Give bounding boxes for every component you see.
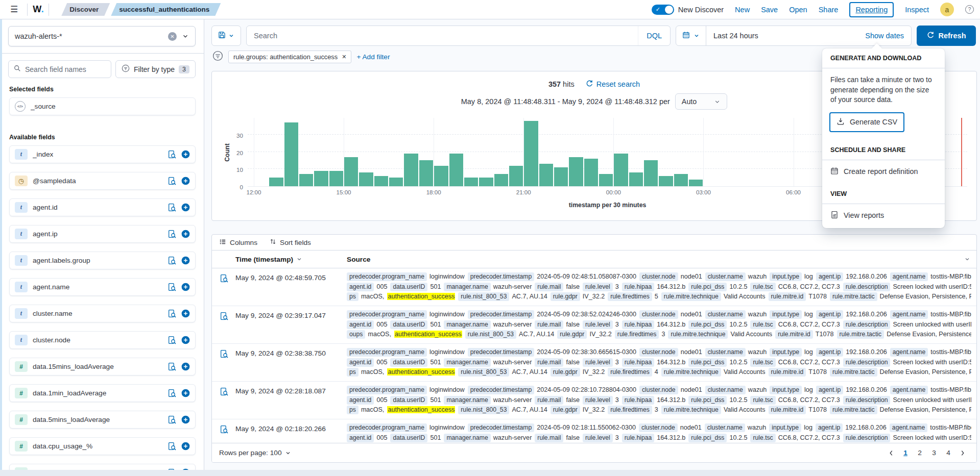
page-button-3[interactable]: 3 xyxy=(927,446,941,460)
histogram-bar[interactable] xyxy=(464,178,478,186)
histogram-bar[interactable] xyxy=(554,167,568,186)
add-field-icon[interactable] xyxy=(181,283,190,291)
histogram-bar[interactable] xyxy=(404,154,418,186)
quick-select-button[interactable] xyxy=(676,26,706,45)
field-item-agent.labels.group[interactable]: tagent.labels.group xyxy=(9,252,196,269)
inspect-field-icon[interactable] xyxy=(168,203,176,212)
add-field-icon[interactable] xyxy=(181,203,190,212)
field-item-_source[interactable]: </>_source xyxy=(9,97,196,115)
add-filter-link[interactable]: + Add filter xyxy=(356,53,390,61)
page-button-1[interactable]: 1 xyxy=(899,446,912,460)
add-field-icon[interactable] xyxy=(181,442,190,450)
table-row[interactable]: May 9, 2024 @ 02:38:38.750predecoder.pro… xyxy=(212,344,976,382)
help-icon[interactable]: ? xyxy=(965,5,974,14)
histogram-bar[interactable] xyxy=(374,176,388,186)
add-field-icon[interactable] xyxy=(181,309,190,318)
clear-icon[interactable]: ✕ xyxy=(168,32,177,41)
tab-discover[interactable]: Discover xyxy=(61,3,110,16)
add-field-icon[interactable] xyxy=(181,230,190,238)
histogram-bar[interactable] xyxy=(434,166,448,187)
histogram-bar[interactable] xyxy=(314,171,328,186)
query-language-button[interactable]: DQL xyxy=(638,26,670,45)
inspect-field-icon[interactable] xyxy=(168,389,176,397)
next-page-icon[interactable] xyxy=(956,446,969,460)
filter-menu-icon[interactable] xyxy=(212,51,223,63)
table-row[interactable]: May 9, 2024 @ 02:39:17.047predecoder.pro… xyxy=(212,306,976,344)
field-search-input[interactable]: Search field names xyxy=(8,60,111,78)
sort-fields-button[interactable]: Sort fields xyxy=(270,238,311,246)
table-row[interactable]: May 9, 2024 @ 02:48:59.705predecoder.pro… xyxy=(212,268,976,306)
histogram-bar[interactable] xyxy=(479,178,493,186)
histogram-bar[interactable] xyxy=(509,166,523,187)
field-item-data.cpu_usage_%[interactable]: #data.cpu_usage_% xyxy=(9,437,196,455)
inspect-field-icon[interactable] xyxy=(168,177,176,185)
expand-document-icon[interactable] xyxy=(212,382,235,396)
histogram-bar[interactable] xyxy=(524,121,538,186)
nav-link-reporting[interactable]: Reporting xyxy=(855,6,888,14)
inspect-field-icon[interactable] xyxy=(168,415,176,424)
inspect-field-icon[interactable] xyxy=(168,309,176,318)
inspect-field-icon[interactable] xyxy=(168,230,176,238)
view-reports-item[interactable]: View reports xyxy=(822,204,945,228)
create-report-definition-item[interactable]: Create report definition xyxy=(822,160,945,184)
filter-pill-rule-groups[interactable]: rule.groups: authentication_success ✕ xyxy=(228,51,351,63)
page-button-2[interactable]: 2 xyxy=(913,446,926,460)
histogram-bar[interactable] xyxy=(359,172,373,186)
histogram-bar[interactable] xyxy=(494,174,508,186)
histogram-bar[interactable] xyxy=(284,122,298,186)
show-dates-link[interactable]: Show dates xyxy=(865,32,911,40)
inspect-field-icon[interactable] xyxy=(168,362,176,371)
add-field-icon[interactable] xyxy=(181,362,190,371)
new-discover-toggle[interactable]: ✓ xyxy=(652,5,674,15)
histogram-bar[interactable] xyxy=(689,180,703,187)
table-row[interactable]: May 9, 2024 @ 02:28:18.087predecoder.pro… xyxy=(212,382,976,419)
histogram-bar[interactable] xyxy=(299,174,313,186)
nav-link-save[interactable]: Save xyxy=(761,6,778,14)
expand-document-icon[interactable] xyxy=(212,306,235,320)
horizontal-scrollbar[interactable] xyxy=(0,470,980,476)
histogram-bar[interactable] xyxy=(539,164,553,186)
nav-link-new[interactable]: New xyxy=(735,6,750,14)
expand-document-icon[interactable] xyxy=(212,344,235,358)
histogram-bar[interactable] xyxy=(419,160,433,186)
field-item-cluster.node[interactable]: tcluster.node xyxy=(9,331,196,349)
field-item-@sampledata[interactable]: ◷@sampledata xyxy=(9,172,196,190)
histogram-bar[interactable] xyxy=(614,154,628,186)
time-range-value[interactable]: Last 24 hours xyxy=(706,32,865,40)
histogram-bar[interactable] xyxy=(269,178,283,186)
generate-csv-button[interactable]: Generate CSV xyxy=(829,112,904,132)
index-pattern-select[interactable]: wazuh-alerts-* ✕ xyxy=(8,26,196,46)
field-item-agent.name[interactable]: tagent.name xyxy=(9,278,196,296)
rows-per-page-select[interactable]: Rows per page: 100 xyxy=(219,449,291,457)
add-field-icon[interactable] xyxy=(181,177,190,185)
refresh-button[interactable]: Refresh xyxy=(917,26,976,46)
histogram-bar[interactable] xyxy=(329,171,343,186)
previous-page-icon[interactable] xyxy=(885,446,898,460)
sidebar-scrollbar[interactable] xyxy=(0,19,2,476)
histogram-bar[interactable] xyxy=(569,157,583,186)
columns-button[interactable]: Columns xyxy=(219,238,257,247)
expand-document-icon[interactable] xyxy=(212,268,235,283)
field-item-data.1min_loadAverage[interactable]: #data.1min_loadAverage xyxy=(9,384,196,402)
histogram-bar[interactable] xyxy=(659,176,673,186)
field-item-data.15mins_loadAverage[interactable]: #data.15mins_loadAverage xyxy=(9,358,196,375)
source-column-header[interactable]: Source xyxy=(347,256,976,263)
add-field-icon[interactable] xyxy=(181,336,190,344)
add-field-icon[interactable] xyxy=(181,150,190,159)
histogram-bar[interactable] xyxy=(389,178,403,186)
menu-icon[interactable]: ☰ xyxy=(6,4,22,15)
add-field-icon[interactable] xyxy=(181,256,190,265)
inspect-field-icon[interactable] xyxy=(168,336,176,344)
avatar[interactable]: a xyxy=(940,3,954,16)
table-row[interactable]: May 9, 2024 @ 02:18:20.266predecoder.pro… xyxy=(212,419,976,443)
add-field-icon[interactable] xyxy=(181,415,190,424)
field-item-data.5mins_loadAverage[interactable]: #data.5mins_loadAverage xyxy=(9,411,196,429)
interval-select[interactable]: Auto xyxy=(675,93,727,110)
histogram-bar[interactable] xyxy=(629,172,643,186)
field-item-cluster.name[interactable]: tcluster.name xyxy=(9,305,196,322)
field-item-_index[interactable]: t_index xyxy=(9,145,196,163)
remove-filter-icon[interactable]: ✕ xyxy=(342,54,346,60)
wazuh-logo[interactable]: W. xyxy=(33,4,43,15)
histogram-bar[interactable] xyxy=(644,160,658,186)
inspect-field-icon[interactable] xyxy=(168,283,176,291)
